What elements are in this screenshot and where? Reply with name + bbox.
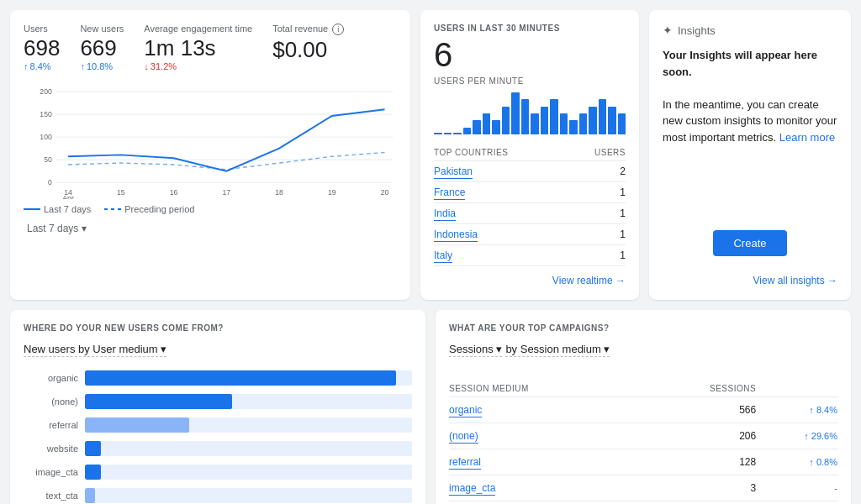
- users-change: ↑ 8.4%: [24, 61, 60, 71]
- sparkle-icon: ✦: [663, 24, 673, 37]
- h-bar-row: text_cta: [24, 488, 412, 503]
- h-bar-label: (none): [24, 396, 78, 407]
- campaigns-section-title: WHAT ARE YOUR TOP CAMPAIGNS?: [449, 323, 837, 333]
- h-bar-track: [85, 488, 412, 503]
- campaigns-card: WHAT ARE YOUR TOP CAMPAIGNS? Sessions ▾ …: [436, 310, 851, 504]
- bar-mini: [473, 120, 481, 134]
- bar-mini: [492, 120, 500, 134]
- bar-mini: [569, 120, 578, 134]
- h-bar-row: website: [24, 441, 412, 456]
- insights-body: Your Insights will appear here soon. In …: [663, 47, 837, 220]
- country-name: Italy: [434, 245, 569, 266]
- svg-text:200: 200: [40, 87, 52, 96]
- country-link[interactable]: Indonesia: [434, 228, 478, 242]
- legend-current: Last 7 days: [24, 204, 91, 214]
- campaign-link[interactable]: organic: [449, 404, 482, 417]
- new-users-change: ↑ 10.8%: [80, 61, 124, 71]
- metric-revenue: Total revenue i $0.00: [272, 24, 344, 71]
- campaign-medium: website: [449, 501, 643, 505]
- new-users-change-icon: ↑: [80, 61, 85, 71]
- h-bar-fill: [85, 370, 396, 386]
- bar-mini: [541, 107, 549, 134]
- h-bar-track: [85, 394, 412, 409]
- h-bar-track: [85, 441, 412, 456]
- bar-mini: [511, 92, 520, 134]
- bar-mini: [589, 107, 597, 134]
- insights-card: ✦ Insights Your Insights will appear her…: [649, 10, 851, 300]
- h-bar-track: [85, 370, 412, 386]
- change-up: ↑ 8.4%: [809, 405, 837, 415]
- learn-more-link[interactable]: Learn more: [779, 131, 835, 144]
- campaign-change: -: [756, 501, 837, 505]
- metrics-card: Users 698 ↑ 8.4% New users 669 ↑ 10.8%: [10, 10, 410, 300]
- chevron-down-icon: ▾: [82, 223, 87, 234]
- svg-text:100: 100: [40, 133, 52, 141]
- insights-header: ✦ Insights: [663, 24, 837, 37]
- h-bar-label: image_cta: [24, 467, 78, 477]
- country-link[interactable]: Pakistan: [434, 165, 473, 179]
- h-bar-track: [85, 417, 412, 433]
- campaign-change: ↑ 8.4%: [756, 397, 837, 423]
- campaign-sessions: 3: [643, 501, 756, 505]
- new-users-card: WHERE DO YOUR NEW USERS COME FROM? New u…: [10, 310, 425, 504]
- user-medium-dropdown[interactable]: New users by User medium ▾: [24, 343, 166, 357]
- campaign-change: -: [756, 475, 837, 501]
- legend-previous: Preceding period: [104, 204, 194, 214]
- engagement-change: ↓ 31.2%: [144, 61, 252, 71]
- new-users-value: 669: [80, 35, 124, 61]
- metrics-row: Users 698 ↑ 8.4% New users 669 ↑ 10.8%: [24, 24, 397, 71]
- h-bar-fill: [85, 394, 232, 409]
- top-row: Users 698 ↑ 8.4% New users 669 ↑ 10.8%: [10, 10, 851, 300]
- table-row: referral 128 ↑ 0.8%: [449, 449, 837, 475]
- date-range-button[interactable]: Last 7 days ▾: [24, 221, 90, 236]
- h-bar-label: referral: [24, 420, 78, 430]
- campaign-link[interactable]: referral: [449, 456, 481, 470]
- campaign-sessions: 3: [643, 475, 756, 501]
- info-icon[interactable]: i: [332, 24, 344, 35]
- svg-text:50: 50: [44, 155, 52, 164]
- table-row: website 3 -: [449, 501, 837, 505]
- country-link[interactable]: France: [434, 186, 465, 200]
- engagement-label: Average engagement time: [144, 24, 252, 34]
- country-link[interactable]: India: [434, 207, 456, 221]
- revenue-value: $0.00: [272, 37, 344, 63]
- campaign-link[interactable]: (none): [449, 430, 478, 444]
- svg-text:150: 150: [40, 110, 52, 118]
- h-bar-label: text_cta: [24, 491, 78, 501]
- engagement-value: 1m 13s: [144, 35, 252, 61]
- campaign-medium: image_cta: [449, 475, 643, 501]
- country-users: 1: [569, 245, 626, 266]
- metric-new-users: New users 669 ↑ 10.8%: [80, 24, 124, 71]
- table-row: organic 566 ↑ 8.4%: [449, 397, 837, 423]
- h-bar-row: referral: [24, 417, 412, 433]
- legend-previous-line: [104, 208, 121, 210]
- country-users: 2: [569, 161, 626, 182]
- view-all-insights-link[interactable]: View all insights →: [663, 275, 837, 286]
- date-range-label: Last 7 days: [27, 223, 78, 234]
- country-link[interactable]: Italy: [434, 249, 452, 263]
- view-realtime-label: View realtime →: [552, 275, 626, 286]
- create-button[interactable]: Create: [713, 230, 786, 256]
- country-name: India: [434, 203, 569, 224]
- legend-current-label: Last 7 days: [44, 204, 91, 214]
- new-users-label: New users: [80, 24, 124, 34]
- h-bar-fill: [85, 441, 101, 456]
- svg-text:16: 16: [170, 188, 178, 197]
- sessions-dropdown[interactable]: Sessions ▾: [449, 343, 502, 357]
- country-users: 1: [569, 182, 626, 203]
- h-bar-row: (none): [24, 394, 412, 409]
- country-name: France: [434, 182, 569, 203]
- legend-previous-label: Preceding period: [124, 204, 194, 214]
- dropdown-label: New users by User medium ▾: [24, 343, 166, 355]
- engagement-change-icon: ↓: [144, 61, 149, 71]
- svg-text:17: 17: [222, 188, 230, 197]
- view-realtime-link[interactable]: View realtime →: [434, 275, 626, 286]
- metric-engagement: Average engagement time 1m 13s ↓ 31.2%: [144, 24, 252, 71]
- session-medium-dropdown[interactable]: by Session medium ▾: [505, 343, 610, 357]
- realtime-sublabel: USERS PER MINUTE: [434, 76, 626, 86]
- campaign-link[interactable]: image_cta: [449, 482, 495, 496]
- users-label: Users: [24, 24, 60, 34]
- realtime-bar-chart: [434, 92, 626, 134]
- legend-current-line: [24, 208, 40, 210]
- h-bar-label: organic: [24, 373, 78, 383]
